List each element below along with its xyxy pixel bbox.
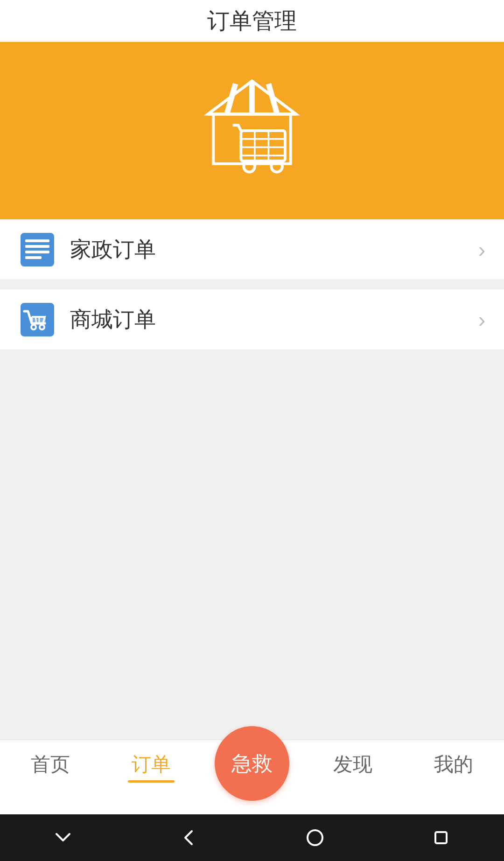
nav-item-order[interactable]: 订单: [101, 749, 202, 783]
nav-item-discover[interactable]: 发现: [302, 749, 403, 777]
svg-rect-13: [25, 239, 49, 242]
cart-icon: [19, 301, 56, 338]
svg-rect-15: [25, 251, 49, 253]
nav-label-home: 首页: [31, 751, 70, 777]
menu-item-shangcheng[interactable]: 商城订单 ›: [0, 289, 504, 350]
nav-label-mine: 我的: [434, 751, 473, 777]
menu-divider: [0, 280, 504, 289]
menu-item-jiajheng-label: 家政订单: [70, 235, 478, 264]
android-nav-bar: [0, 814, 504, 861]
recent-apps-icon: [431, 827, 451, 848]
nav-active-underline: [128, 780, 175, 783]
svg-rect-24: [435, 832, 447, 843]
home-circle-icon: [305, 827, 325, 848]
android-down-button[interactable]: [44, 819, 82, 856]
emergency-button[interactable]: 急救: [215, 726, 289, 801]
document-icon-wrap: [19, 231, 56, 268]
menu-item-shangcheng-arrow: ›: [478, 307, 485, 332]
menu-item-jiajheng[interactable]: 家政订单 ›: [0, 219, 504, 280]
svg-point-23: [308, 830, 322, 845]
nav-label-discover: 发现: [333, 751, 372, 777]
store-cart-icon: [196, 70, 308, 191]
banner: [0, 42, 504, 219]
svg-line-21: [35, 317, 36, 323]
nav-label-order: 订单: [132, 751, 171, 777]
android-back-button[interactable]: [170, 819, 208, 856]
menu-item-jiajheng-arrow: ›: [478, 237, 485, 262]
cart-icon-wrap: [19, 301, 56, 338]
page-title: 订单管理: [207, 6, 297, 36]
nav-item-home[interactable]: 首页: [0, 749, 101, 777]
header: 订单管理: [0, 0, 504, 42]
bottom-nav: 首页 订单 急救 发现 我的: [0, 740, 504, 814]
back-icon: [179, 827, 199, 848]
svg-rect-14: [25, 245, 49, 248]
nav-item-mine[interactable]: 我的: [403, 749, 504, 777]
document-icon: [19, 231, 56, 268]
android-home-button[interactable]: [296, 819, 334, 856]
menu-list: 家政订单 › 商城订单 ›: [0, 219, 504, 350]
content-area: [0, 350, 504, 740]
svg-rect-16: [25, 256, 42, 259]
emergency-label: 急救: [231, 750, 273, 777]
chevron-down-icon: [53, 827, 73, 848]
menu-item-shangcheng-label: 商城订单: [70, 305, 478, 334]
android-recent-button[interactable]: [422, 819, 460, 856]
svg-rect-4: [241, 131, 285, 161]
svg-rect-12: [21, 233, 54, 266]
